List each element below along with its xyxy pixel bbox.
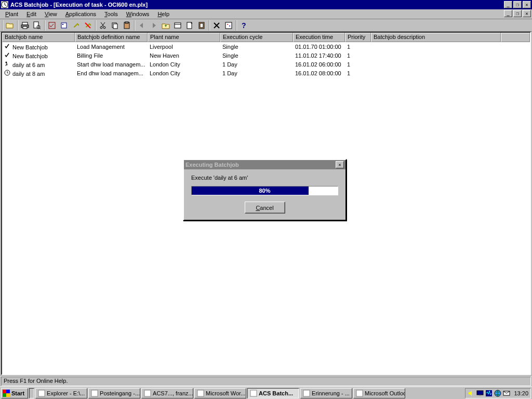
close-button[interactable]: ✕ (523, 1, 531, 8)
taskbar-item[interactable]: Erinnerung - ... (300, 388, 352, 398)
task-app-icon (197, 390, 204, 397)
taskbar-item[interactable]: ACS Batch... (247, 388, 299, 398)
executing-batchjob-dialog: Executing Batchjob ✕ Execute 'daily at 6… (183, 159, 347, 221)
taskbar-item[interactable]: Posteingang -... (88, 388, 140, 398)
back-icon[interactable] (136, 20, 148, 31)
svg-rect-3 (22, 22, 28, 25)
minimize-button[interactable]: _ (504, 1, 512, 8)
svg-rect-5 (23, 26, 27, 29)
taskbar-item[interactable]: ACS7..., franz... (141, 388, 193, 398)
menu-view[interactable]: View (41, 10, 61, 18)
row-status-icon (4, 70, 11, 76)
svg-rect-44 (479, 395, 481, 396)
col-definition-name[interactable]: Batchjob definition name (75, 33, 148, 42)
tray-globe-icon[interactable] (494, 390, 501, 397)
row-status-icon (4, 43, 11, 49)
svg-rect-11 (62, 24, 63, 25)
windows-logo-icon (3, 390, 10, 397)
tray-activity-icon[interactable] (485, 390, 493, 397)
system-tray: 13:20 (465, 388, 531, 398)
row-status-icon (4, 52, 11, 58)
svg-point-29 (227, 24, 228, 25)
task-app-icon (356, 390, 363, 397)
svg-rect-18 (113, 24, 117, 29)
clipboard-icon[interactable] (196, 20, 207, 31)
col-spacer (501, 33, 530, 42)
svg-text:?: ? (242, 21, 246, 30)
col-priority[interactable]: Priority (345, 33, 371, 42)
task-app-icon (91, 390, 98, 397)
menu-tools[interactable]: Tools (100, 10, 122, 18)
copy-icon[interactable] (109, 20, 121, 31)
table-row[interactable]: New BatchjobLoad ManagementLiverpoolSing… (2, 42, 530, 51)
disconnect-icon[interactable] (82, 20, 94, 31)
svg-rect-25 (200, 23, 203, 28)
taskbar-item[interactable]: Explorer - E:\... (35, 388, 87, 398)
tray-mail-icon[interactable] (503, 390, 510, 397)
tool2-icon[interactable] (58, 20, 70, 31)
table-row[interactable]: New BatchjobBilling FileNew HavenSingle1… (2, 51, 530, 60)
svg-rect-39 (197, 390, 204, 396)
menu-edit[interactable]: Edit (22, 10, 41, 18)
maximize-button[interactable]: ❐ (513, 1, 522, 8)
svg-point-30 (229, 25, 230, 26)
help-icon[interactable]: ? (238, 20, 249, 31)
col-plant-name[interactable]: Plant name (148, 33, 220, 42)
properties-icon[interactable] (223, 20, 234, 31)
progress-label: 80% (192, 187, 338, 195)
mdi-minimize-button[interactable]: _ (504, 10, 512, 17)
svg-rect-38 (144, 390, 151, 396)
connect-icon[interactable] (70, 20, 82, 31)
preview-icon[interactable] (31, 20, 43, 31)
taskbar-item[interactable]: Microsoft Outlook (353, 388, 405, 398)
menu-plant[interactable]: Plant (1, 10, 22, 18)
col-description[interactable]: Batchjob description (371, 33, 501, 42)
dialog-message: Execute 'daily at 6 am' (191, 175, 338, 181)
row-status-icon (4, 61, 11, 67)
tray-speaker-icon[interactable] (468, 390, 475, 397)
svg-rect-20 (125, 22, 128, 23)
svg-point-13 (100, 26, 102, 29)
window-title: ACS Batchjob - [Execution of task - OCI6… (10, 2, 504, 8)
print-icon[interactable] (19, 20, 31, 31)
svg-rect-40 (250, 390, 257, 396)
taskbar-item[interactable]: Microsoft Wor... (194, 388, 246, 398)
task-app-icon (144, 390, 151, 397)
svg-line-8 (39, 28, 41, 29)
table-row[interactable]: daily at 6 amStart dhw load managem...Lo… (2, 60, 530, 69)
dialog-title: Executing Batchjob (185, 162, 336, 168)
titlebar: ACS Batchjob - [Execution of task - OCI6… (0, 0, 532, 9)
statusbar: Press F1 for Online Help. (0, 375, 532, 387)
cut-icon[interactable] (97, 20, 109, 31)
start-label: Start (11, 390, 24, 396)
col-batchjob-name[interactable]: Batchjob name (2, 33, 75, 42)
status-text: Press F1 for Online Help. (1, 377, 531, 386)
refresh-icon[interactable] (172, 20, 183, 31)
col-execution-time[interactable]: Execution time (293, 33, 345, 42)
menu-applications[interactable]: Applications (61, 10, 100, 18)
taskbar: Start Explorer - E:\...Posteingang -...A… (0, 387, 532, 399)
new-icon[interactable] (184, 20, 195, 31)
svg-rect-42 (356, 390, 363, 396)
paste-icon[interactable] (121, 20, 132, 31)
up-icon[interactable] (160, 20, 171, 31)
mdi-restore-button[interactable]: ❐ (513, 10, 522, 17)
cancel-button[interactable]: Cancel (245, 202, 285, 214)
mdi-close-button[interactable]: ✕ (523, 10, 531, 17)
delete-icon[interactable] (211, 20, 222, 31)
task-app-icon (250, 390, 257, 397)
quicklaunch-sep (29, 388, 34, 398)
svg-rect-36 (38, 390, 45, 396)
start-button[interactable]: Start (1, 388, 28, 398)
tray-monitor-icon[interactable] (476, 390, 484, 397)
tool1-icon[interactable] (46, 20, 58, 31)
menu-help[interactable]: Help (153, 10, 174, 18)
menubar: Plant Edit View Applications Tools Windo… (0, 9, 532, 19)
dialog-close-button[interactable]: ✕ (336, 161, 344, 168)
forward-icon[interactable] (148, 20, 159, 31)
menu-windows[interactable]: Windows (122, 10, 154, 18)
open-icon[interactable] (4, 20, 16, 31)
table-row[interactable]: daily at 8 amEnd dhw load managem...Lond… (2, 69, 530, 77)
col-execution-cycle[interactable]: Execution cycle (220, 33, 293, 42)
toolbar: ? (0, 19, 532, 32)
